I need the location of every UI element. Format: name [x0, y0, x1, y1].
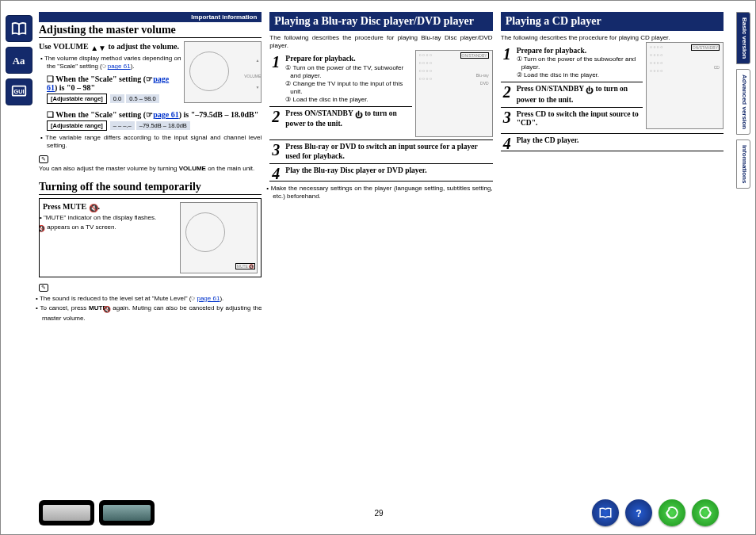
range-val: – – –.– — [110, 121, 135, 130]
txt: to adjust the volume. — [106, 42, 179, 51]
step-title: Prepare for playback. — [517, 47, 586, 55]
remote-illustration: MUTE 🔇 — [180, 202, 258, 273]
link-page-61[interactable]: page 61 — [197, 295, 220, 302]
sidebar-book-icon[interactable] — [6, 15, 32, 42]
pencil-note-icon: ✎ — [39, 155, 48, 163]
device-rear-thumb[interactable] — [99, 500, 155, 525]
volume-arrows-icon: ▲▼ — [90, 43, 106, 53]
power-icon: ⏻ — [586, 86, 594, 95]
txt: You can also adjust the master volume by… — [39, 165, 262, 173]
step-number: 4 — [501, 136, 514, 151]
txt: ② Load the disc in the player. — [521, 71, 643, 79]
txt: Make the necessary settings on the playe… — [273, 185, 492, 201]
step-title: Play the Blu-ray Disc player or DVD play… — [285, 166, 492, 175]
step-title: Play the CD player. — [517, 136, 724, 145]
txt: ③ Load the disc in the player. — [290, 96, 411, 104]
txt: The sound is reduced to the level set at… — [42, 295, 262, 303]
step-number: 3 — [501, 110, 514, 124]
sidebar-gui-icon[interactable]: GUI — [6, 78, 32, 105]
step-title: Prepare for playback. — [285, 55, 355, 63]
txt: To cancel, press MUTE 🔇 again. Muting ca… — [42, 304, 262, 323]
step-title: Press Blu-ray or DVD to switch an input … — [285, 143, 492, 161]
step-number: 2 — [269, 109, 282, 124]
txt: ② Change the TV input to the input of th… — [290, 80, 411, 96]
tab-basic-version[interactable]: Basic version — [736, 12, 750, 64]
step-title: Press ON/STANDBY ⏻ to turn on power to t… — [517, 85, 643, 105]
heading-bluray-dvd: Playing a Blu-ray Disc player/DVD player — [269, 12, 492, 31]
step-number: 1 — [269, 55, 282, 69]
remote-illustration: ▲ ▼ VOLUME — [184, 41, 262, 103]
adjustable-range-label: [Adjustable range] — [47, 120, 107, 131]
page-number: 29 — [374, 509, 383, 518]
info-bar: Important information — [39, 12, 262, 22]
txt: ① Turn on the power of the TV, subwoofer… — [290, 64, 411, 80]
heading-turn-off-sound: Turning off the sound temporarily — [39, 181, 262, 195]
svg-text:?: ? — [636, 508, 641, 519]
txt: VOLUME — [53, 42, 89, 51]
step-number: 2 — [501, 85, 514, 99]
tab-advanced-version[interactable]: Advanced version — [736, 69, 750, 135]
nav-help-button[interactable]: ? — [625, 499, 652, 526]
nav-prev-button[interactable] — [659, 499, 685, 526]
range-val: 0.5 – 98.0 — [126, 94, 158, 103]
txt: ① Turn on the power of the subwoofer and… — [521, 55, 643, 71]
step-title: Press ON/STANDBY ⏻ to turn on power to t… — [285, 109, 411, 129]
heading-master-volume: Adjusting the master volume — [39, 24, 262, 38]
link-page-61[interactable]: page 61 — [153, 110, 179, 119]
step-number: 3 — [269, 143, 282, 157]
nav-book-button[interactable] — [592, 499, 619, 526]
heading-cd: Playing a CD player — [501, 12, 724, 31]
step-number: 4 — [269, 166, 282, 181]
sidebar-aa-icon[interactable]: Aa — [6, 47, 32, 74]
device-front-thumb[interactable] — [39, 500, 94, 525]
pencil-note-icon: ✎ — [39, 284, 48, 292]
svg-text:GUI: GUI — [14, 88, 25, 95]
nav-next-button[interactable] — [692, 499, 719, 526]
step-number: 1 — [501, 47, 514, 61]
power-icon: ⏻ — [355, 111, 363, 120]
txt: The following describes the procedure fo… — [269, 34, 492, 51]
txt: Use — [39, 42, 53, 51]
step-title: Press CD to switch the input source to "… — [517, 110, 643, 128]
tab-informations[interactable]: Informations — [736, 139, 750, 189]
adjustable-range-label: [Adjustable range] — [47, 94, 107, 104]
range-val: 0.0 — [110, 94, 124, 103]
remote-illustration: ○ ○ ○ ○ ○ ○ ○ ○ ○ ○ ○ ○ ○ ○ ○ ○ ON/STAND… — [415, 50, 493, 137]
mute-icon: 🔇 — [89, 204, 98, 212]
svg-text:Aa: Aa — [13, 55, 25, 67]
txt: The following describes the procedure fo… — [501, 34, 724, 42]
txt: The variable range differs according to … — [47, 134, 262, 151]
range-val: –79.5dB – 18.0dB — [136, 121, 190, 130]
link-page-61[interactable]: page 61 — [108, 63, 131, 70]
remote-illustration: ○ ○ ○ ○ ○ ○ ○ ○ ○ ○ ○ ○ ○ ○ ○ ○ ON/STAND… — [646, 42, 724, 129]
subhead-scale-db: ❏ When the "Scale" setting (☞page 61) is… — [47, 110, 262, 119]
